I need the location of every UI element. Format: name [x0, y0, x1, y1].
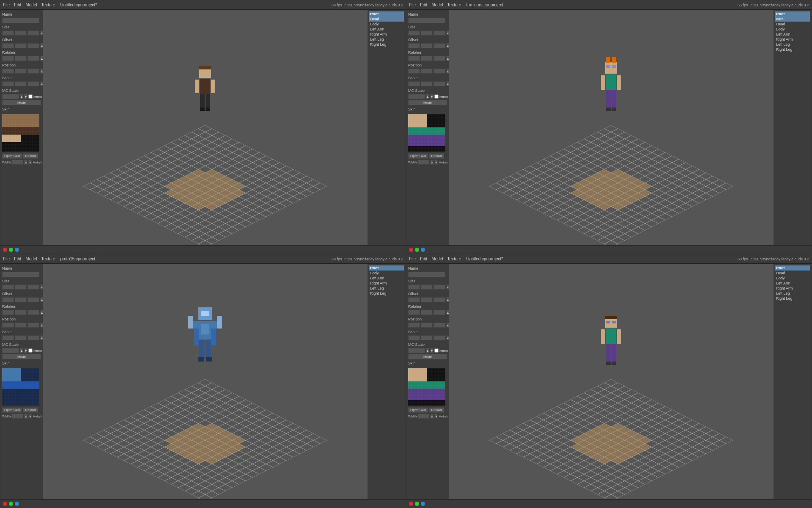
menu-texture-2[interactable]: Texture [447, 3, 461, 7]
width-up-1[interactable]: ▲ [24, 160, 27, 165]
tree-rightleg-2[interactable]: Right Leg [775, 47, 810, 52]
menu-texture-4[interactable]: Texture [447, 257, 461, 261]
width-down-2[interactable]: ▼ [434, 160, 438, 165]
tree-body-1[interactable]: Body [369, 22, 404, 27]
offset-z-2[interactable]: 0.00 [433, 43, 445, 48]
viewport-canvas-3[interactable] [43, 264, 368, 499]
offset-z-4[interactable]: 0.00 [433, 297, 445, 302]
offset-x-1[interactable]: 0.0 [2, 43, 14, 48]
offset-y-4[interactable]: 0.00 [421, 297, 433, 302]
open-skin-btn-3[interactable]: Open Skin [2, 407, 22, 413]
width-down-1[interactable]: ▼ [28, 160, 32, 165]
tree-leftleg-1[interactable]: Left Leg [369, 37, 404, 42]
tree-root-4[interactable]: Root [775, 265, 810, 271]
menu-file-1[interactable]: File [3, 3, 10, 7]
viewport-3[interactable] [43, 264, 368, 499]
rotation-y-4[interactable]: 0.0 [421, 310, 433, 315]
size-z-4[interactable]: 0.0 [433, 284, 445, 290]
size-x-2[interactable]: 0.0 [408, 30, 420, 36]
rotation-x-3[interactable]: 0.0 [2, 310, 14, 315]
menu-file-2[interactable]: File [409, 3, 416, 7]
mcscale-down-4[interactable]: ▼ [430, 348, 433, 353]
mode-btn-2[interactable]: Mode [408, 100, 447, 105]
width-up-4[interactable]: ▲ [430, 414, 433, 419]
scale-z-4[interactable]: 0.00 [433, 335, 445, 340]
scale-y-3[interactable]: 0.00 [15, 335, 27, 340]
size-z-3[interactable]: 0.0 [27, 284, 39, 290]
size-y-2[interactable]: 0.0 [421, 30, 433, 36]
position-z-3[interactable]: 0.00 [27, 323, 39, 328]
tree-rightleg-3[interactable]: Right Leg [369, 291, 404, 296]
position-y-4[interactable]: 0.00 [421, 323, 433, 328]
scale-z-2[interactable]: 0.00 [433, 81, 445, 86]
tree-leftarm-3[interactable]: Left Arm [369, 276, 404, 281]
size-x-4[interactable]: 0.0 [408, 284, 420, 290]
reload-btn-4[interactable]: Reload [429, 407, 444, 413]
size-z-1[interactable]: 0.0 [27, 30, 39, 36]
mode-btn-1[interactable]: Mode [2, 100, 41, 105]
menu-edit-2[interactable]: Edit [420, 3, 427, 7]
scale-y-1[interactable]: 0.00 [15, 81, 27, 86]
menu-edit-4[interactable]: Edit [420, 257, 427, 261]
position-z-4[interactable]: 0.00 [433, 323, 445, 328]
menu-model-2[interactable]: Model [431, 3, 443, 7]
scale-x-2[interactable]: 0.00 [408, 81, 420, 86]
reload-btn-2[interactable]: Reload [429, 153, 444, 159]
mirror-check-3[interactable] [28, 348, 33, 353]
menu-file-3[interactable]: File [3, 257, 10, 261]
tree-body-2[interactable]: Body [775, 27, 810, 32]
mcscale-input-3[interactable]: 0.000 [2, 348, 19, 353]
size-x-3[interactable]: 0.0 [2, 284, 14, 290]
menu-edit-3[interactable]: Edit [14, 257, 21, 261]
rotation-x-1[interactable]: 0.0 [2, 56, 14, 61]
tree-ears-2[interactable]: ears [775, 17, 810, 22]
scale-z-1[interactable]: 0.00 [27, 81, 39, 86]
menu-model-1[interactable]: Model [25, 3, 37, 7]
rotation-y-3[interactable]: 0.0 [15, 310, 27, 315]
rotation-x-4[interactable]: 0.0 [408, 310, 420, 315]
name-input-4[interactable] [408, 272, 445, 277]
mcscale-down-1[interactable]: ▼ [24, 94, 27, 99]
scale-x-3[interactable]: 0.00 [2, 335, 14, 340]
viewport-canvas-4[interactable] [449, 264, 774, 499]
tree-rightleg-4[interactable]: Right Leg [775, 296, 810, 301]
rotation-z-2[interactable]: 0.0 [433, 56, 445, 61]
viewport-canvas-2[interactable] [449, 10, 774, 245]
name-input-3[interactable] [2, 272, 39, 277]
skin-width-3[interactable]: 256 [11, 414, 23, 419]
offset-y-2[interactable]: 0.00 [421, 43, 433, 48]
offset-y-1[interactable]: 0.00 [15, 43, 27, 48]
width-down-3[interactable]: ▼ [28, 414, 32, 419]
scale-z-3[interactable]: 0.00 [27, 335, 39, 340]
mcscale-input-2[interactable]: 0.000 [408, 94, 425, 99]
mode-btn-3[interactable]: Mode [2, 354, 41, 359]
position-x-4[interactable]: 0.00 [408, 323, 420, 328]
position-x-3[interactable]: 0.00 [2, 323, 14, 328]
tree-root-2[interactable]: Root [775, 11, 810, 17]
width-up-2[interactable]: ▲ [430, 160, 433, 165]
tree-leftarm-1[interactable]: Left Arm [369, 27, 404, 32]
offset-x-2[interactable]: 0.0 [408, 43, 420, 48]
rotation-z-4[interactable]: 0.0 [433, 310, 445, 315]
mirror-check-2[interactable] [434, 94, 439, 99]
skin-width-2[interactable]: 64 [417, 160, 429, 165]
tree-rightarm-1[interactable]: Right Arm [369, 32, 404, 37]
tree-head-4[interactable]: Head [775, 271, 810, 276]
position-x-1[interactable]: 0.00 [2, 69, 14, 74]
rotation-y-1[interactable]: 0.0 [15, 56, 27, 61]
mode-btn-4[interactable]: Mode [408, 354, 447, 359]
skin-width-1[interactable]: 64 [11, 160, 23, 165]
viewport-1[interactable] [43, 10, 368, 245]
scale-x-1[interactable]: 0.00 [2, 81, 14, 86]
position-z-2[interactable]: 0.00 [433, 69, 445, 74]
size-y-1[interactable]: 0.0 [15, 30, 27, 36]
tree-rightarm-4[interactable]: Right Arm [775, 286, 810, 291]
menu-edit-1[interactable]: Edit [14, 3, 21, 7]
open-skin-btn-1[interactable]: Open Skin [2, 153, 22, 159]
scale-y-2[interactable]: 0.00 [421, 81, 433, 86]
mcscale-down-3[interactable]: ▼ [24, 348, 27, 353]
skin-width-4[interactable]: 64 [417, 414, 429, 419]
tree-body-4[interactable]: Body [775, 276, 810, 281]
open-skin-btn-4[interactable]: Open Skin [408, 407, 428, 413]
mcscale-input-1[interactable]: 0.000 [2, 94, 19, 99]
